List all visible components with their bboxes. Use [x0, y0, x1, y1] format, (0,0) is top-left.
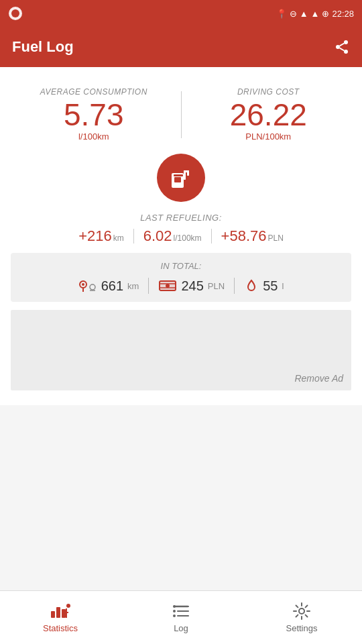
svg-rect-10	[187, 170, 189, 176]
svg-rect-11	[174, 177, 181, 182]
svg-point-2	[344, 40, 348, 44]
location-route-icon	[78, 278, 97, 293]
last-refueling-label: LAST REFUELING:	[140, 213, 222, 223]
refuel-cost: +58.76 PLN	[221, 227, 284, 245]
app-icon	[8, 6, 23, 21]
svg-point-3	[336, 45, 340, 49]
refuel-consumption-value: 6.02	[143, 227, 172, 245]
refuel-cost-unit: PLN	[267, 233, 283, 243]
total-cost: 245 PLN	[158, 278, 225, 294]
bottom-nav: Statistics Log Settings	[0, 590, 362, 644]
svg-point-28	[173, 610, 176, 612]
wifi-icon: ▲	[300, 9, 308, 19]
svg-point-20	[166, 284, 170, 288]
svg-point-29	[173, 614, 176, 617]
app-title: Fuel Log	[12, 38, 74, 56]
statistics-icon	[50, 602, 71, 621]
stats-divider	[181, 91, 182, 138]
svg-line-6	[340, 44, 345, 46]
svg-point-14	[82, 283, 84, 286]
svg-point-15	[90, 284, 95, 290]
avg-consumption-value: 5.73	[64, 99, 124, 130]
avg-consumption-label: AVERAGE CONSUMPTION	[40, 87, 147, 97]
nav-settings[interactable]: Settings	[241, 602, 362, 633]
total-distance: 661 km	[78, 278, 139, 294]
top-stats-row: AVERAGE CONSUMPTION 5.73 l/100km DRIVING…	[0, 80, 362, 142]
remove-ad-button[interactable]: Remove Ad	[294, 373, 343, 384]
total-distance-unit: km	[127, 281, 139, 291]
nav-settings-label: Settings	[286, 623, 318, 633]
in-total-section: IN TOTAL: 661 km	[11, 253, 351, 302]
total-fuel: 55 l	[244, 278, 284, 294]
svg-point-4	[344, 50, 348, 54]
refuel-distance-value: +216	[78, 227, 112, 245]
refuel-distance: +216 km	[78, 227, 124, 245]
minus-icon: ⊖	[290, 9, 297, 19]
total-sep-1	[148, 278, 149, 294]
refuel-sep-2	[211, 229, 212, 244]
ad-area: Remove Ad	[11, 310, 351, 390]
total-stats-row: 661 km 245 PLN 55	[21, 278, 341, 294]
svg-point-27	[173, 605, 176, 608]
average-consumption-block: AVERAGE CONSUMPTION 5.73 l/100km	[13, 87, 174, 142]
total-cost-value: 245	[181, 278, 203, 294]
share-button[interactable]	[334, 39, 350, 55]
main-content: AVERAGE CONSUMPTION 5.73 l/100km DRIVING…	[0, 67, 362, 405]
refuel-distance-unit: km	[113, 233, 124, 243]
settings-icon	[292, 602, 311, 621]
total-distance-value: 661	[101, 278, 123, 294]
driving-cost-block: DRIVING COST 26.22 PLN/100km	[188, 87, 349, 142]
total-fuel-value: 55	[263, 278, 278, 294]
avg-consumption-unit: l/100km	[78, 131, 109, 142]
refuel-consumption: 6.02 l/100km	[143, 227, 202, 245]
signal-icon: ▲	[311, 9, 320, 19]
total-fuel-unit: l	[282, 281, 284, 291]
refuel-cost-value: +58.76	[221, 227, 267, 245]
fuel-drop-icon	[244, 278, 259, 293]
refuel-stats-row: +216 km 6.02 l/100km +58.76 PLN	[0, 227, 362, 245]
status-icons: 📍 ⊖ ▲ ▲ ⊕ 22:28	[276, 9, 354, 19]
svg-point-24	[66, 604, 70, 608]
svg-rect-23	[62, 609, 66, 618]
money-icon	[158, 278, 177, 293]
total-cost-unit: PLN	[208, 281, 225, 291]
nav-log[interactable]: Log	[121, 602, 241, 633]
svg-point-33	[299, 608, 304, 614]
battery-icon: ⊕	[322, 9, 329, 19]
nav-statistics[interactable]: Statistics	[0, 602, 121, 633]
nav-log-label: Log	[174, 623, 188, 633]
total-sep-2	[234, 278, 235, 294]
nav-statistics-label: Statistics	[43, 623, 78, 633]
driving-cost-value: 26.22	[230, 99, 307, 130]
svg-rect-21	[51, 611, 55, 618]
svg-rect-22	[56, 607, 60, 618]
last-refueling-section: LAST REFUELING: +216 km 6.02 l/100km +58…	[0, 211, 362, 245]
refuel-consumption-unit: l/100km	[174, 233, 202, 243]
in-total-label: IN TOTAL:	[21, 261, 341, 271]
refuel-sep-1	[133, 229, 134, 244]
svg-point-1	[11, 9, 19, 17]
time-display: 22:28	[332, 9, 354, 19]
status-bar: 📍 ⊖ ▲ ▲ ⊕ 22:28	[0, 0, 362, 27]
fuel-pump-icon	[157, 154, 205, 202]
driving-cost-label: DRIVING COST	[237, 87, 300, 97]
svg-line-5	[340, 48, 345, 51]
svg-rect-12	[174, 174, 183, 176]
location-icon: 📍	[276, 9, 287, 19]
driving-cost-unit: PLN/100km	[245, 131, 291, 142]
app-bar: Fuel Log	[0, 27, 362, 67]
log-icon	[172, 602, 190, 621]
fuel-pump-container	[0, 154, 362, 202]
